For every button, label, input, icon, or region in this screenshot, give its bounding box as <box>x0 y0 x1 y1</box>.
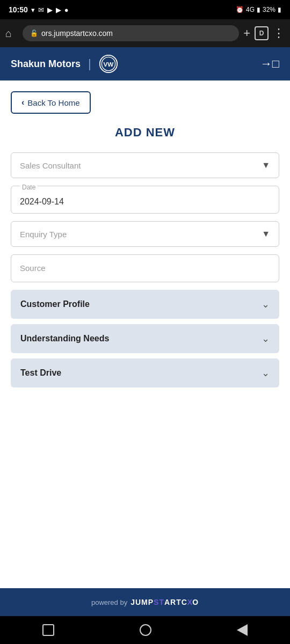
date-value: 2024-09-14 <box>20 197 270 207</box>
brand-o: O <box>192 598 199 606</box>
back-to-home-button[interactable]: ‹ Back To Home <box>11 91 91 114</box>
browser-home-icon[interactable]: ⌂ <box>5 27 18 40</box>
vw-logo: VW <box>99 54 118 74</box>
customer-profile-label: Customer Profile <box>20 299 90 309</box>
battery-label: 32% <box>263 6 276 13</box>
url-bar[interactable]: 🔓 ors.jumpstartcxo.com <box>23 25 239 41</box>
sales-consultant-placeholder: Sales Consultant <box>20 161 81 170</box>
accordion-group: Customer Profile ⌄ Understanding Needs ⌄… <box>11 290 279 387</box>
enquiry-type-arrow-icon: ▼ <box>262 229 270 239</box>
svg-text:VW: VW <box>103 61 114 68</box>
app-title: Shakun Motors <box>11 58 81 70</box>
date-field[interactable]: Date 2024-09-14 <box>11 186 279 214</box>
dot-icon: ● <box>64 6 69 14</box>
signal-bars: ▮ <box>257 6 260 13</box>
form-section: Sales Consultant ▼ Date 2024-09-14 Enqui… <box>11 152 279 282</box>
brand-c: C <box>182 598 187 606</box>
main-content: ‹ Back To Home ADD NEW Sales Consultant … <box>0 80 290 588</box>
network-label: 4G <box>246 6 255 13</box>
sales-consultant-arrow-icon: ▼ <box>262 160 270 170</box>
status-time: 10:50 <box>9 5 28 14</box>
powered-by-text: powered by <box>91 598 127 606</box>
new-tab-icon[interactable]: + <box>243 26 250 40</box>
date-label: Date <box>20 184 38 191</box>
browser-bar: ⌂ 🔓 ors.jumpstartcxo.com + D ⋮ <box>0 19 290 47</box>
nav-square-button[interactable] <box>42 624 54 636</box>
brand-st: ST <box>154 598 164 606</box>
header-left: Shakun Motors | VW <box>11 54 118 74</box>
signal-icon: ✉ <box>38 6 44 14</box>
source-placeholder: Source <box>20 264 46 273</box>
menu-icon[interactable]: ⋮ <box>273 26 285 40</box>
app-footer: powered by JUMPSTARTCXO <box>0 588 290 616</box>
tab-switcher[interactable]: D <box>255 26 269 40</box>
url-text: ors.jumpstartcxo.com <box>41 29 113 38</box>
lock-icon: 🔓 <box>30 30 38 37</box>
test-drive-label: Test Drive <box>20 368 61 378</box>
test-drive-chevron-icon: ⌄ <box>262 367 270 379</box>
enquiry-type-dropdown[interactable]: Enquiry Type ▼ <box>11 221 279 247</box>
logout-icon[interactable]: →□ <box>260 57 279 71</box>
back-button-label: Back To Home <box>27 98 79 107</box>
status-bar: 10:50 ▾ ✉ ▶ ▶ ● ⏰ 4G ▮ 32% ▮ <box>0 0 290 19</box>
back-chevron-icon: ‹ <box>21 98 24 107</box>
sales-consultant-dropdown[interactable]: Sales Consultant ▼ <box>11 152 279 178</box>
understanding-needs-accordion[interactable]: Understanding Needs ⌄ <box>11 324 279 353</box>
customer-profile-accordion[interactable]: Customer Profile ⌄ <box>11 290 279 319</box>
brand-logo: JUMPSTARTCXO <box>130 598 199 606</box>
nav-circle-button[interactable] <box>140 624 151 636</box>
nav-icon: ▶ <box>47 6 53 14</box>
battery-icon: ▮ <box>278 6 281 13</box>
understanding-needs-chevron-icon: ⌄ <box>262 333 270 345</box>
nav-bar <box>0 616 290 644</box>
nav-back-button[interactable] <box>237 624 248 636</box>
understanding-needs-label: Understanding Needs <box>20 334 109 343</box>
source-field[interactable]: Source <box>11 254 279 282</box>
app-header: Shakun Motors | VW →□ <box>0 47 290 80</box>
test-drive-accordion[interactable]: Test Drive ⌄ <box>11 358 279 387</box>
brand-x: X <box>187 598 192 606</box>
brand-art: ART <box>164 598 182 606</box>
brand-jump: JUMP <box>130 598 154 606</box>
alarm-icon: ⏰ <box>236 6 244 13</box>
customer-profile-chevron-icon: ⌄ <box>262 298 270 310</box>
nav-icon-2: ▶ <box>56 6 61 14</box>
page-title: ADD NEW <box>11 126 279 140</box>
enquiry-type-placeholder: Enquiry Type <box>20 230 67 239</box>
header-divider: | <box>88 57 91 71</box>
wifi-icon: ▾ <box>31 6 35 14</box>
